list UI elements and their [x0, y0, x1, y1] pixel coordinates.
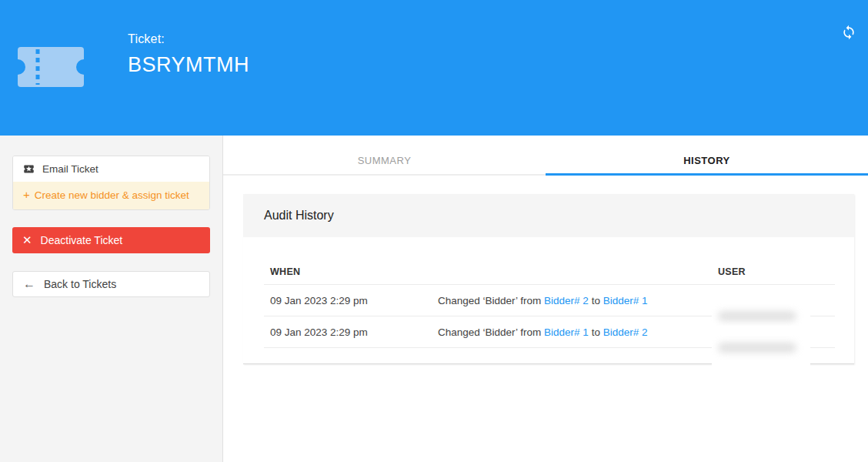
- change-connector: to: [589, 326, 603, 338]
- blurred-text: [718, 311, 796, 321]
- plus-icon: +: [23, 188, 30, 201]
- create-bidder-button[interactable]: +Create new bidder & assign ticket: [13, 182, 209, 209]
- sidebar: Email Ticket +Create new bidder & assign…: [0, 136, 223, 462]
- column-header-when: WHEN: [264, 266, 432, 277]
- bidder-link-to[interactable]: Bidder# 2: [603, 326, 648, 338]
- deactivate-ticket-label: Deactivate Ticket: [41, 234, 123, 246]
- ticket-label: Ticket:: [128, 32, 249, 46]
- tab-bar: SUMMARY HISTORY: [223, 146, 868, 176]
- refresh-button[interactable]: [841, 25, 856, 40]
- close-x-icon: ✕: [22, 233, 32, 247]
- main-content: SUMMARY HISTORY Audit History WHEN USER …: [223, 136, 868, 462]
- email-ticket-button[interactable]: Email Ticket: [13, 156, 209, 182]
- deactivate-ticket-button[interactable]: ✕ Deactivate Ticket: [12, 227, 210, 253]
- row-description: Changed ‘Bidder’ from Bidder# 1 to Bidde…: [432, 326, 712, 338]
- back-to-tickets-label: Back to Tickets: [44, 278, 116, 290]
- bidder-link-to[interactable]: Bidder# 1: [603, 295, 648, 306]
- create-bidder-label: Create new bidder & assign ticket: [35, 189, 189, 201]
- audit-history-card: Audit History WHEN USER 09 Jan 2023 2:29…: [243, 194, 854, 364]
- change-connector: to: [589, 295, 603, 306]
- ticket-icon: [18, 47, 84, 87]
- blurred-text: [718, 343, 796, 353]
- row-when: 09 Jan 2023 2:29 pm: [264, 295, 432, 306]
- bidder-link-from[interactable]: Bidder# 1: [544, 326, 589, 338]
- change-text: Changed ‘Bidder’ from: [438, 326, 544, 338]
- tab-history[interactable]: HISTORY: [546, 146, 868, 174]
- app-header: Ticket: BSRYMTMH: [0, 0, 868, 136]
- back-to-tickets-button[interactable]: ← Back to Tickets: [12, 271, 210, 297]
- ticket-star-icon: [23, 163, 35, 175]
- ticket-actions-group: Email Ticket +Create new bidder & assign…: [12, 156, 210, 210]
- card-header: Audit History: [243, 194, 854, 237]
- table-header-row: WHEN USER: [264, 259, 835, 285]
- row-description: Changed ‘Bidder’ from Bidder# 2 to Bidde…: [432, 295, 712, 306]
- row-when: 09 Jan 2023 2:29 pm: [264, 326, 432, 338]
- email-ticket-label: Email Ticket: [42, 163, 98, 175]
- change-text: Changed ‘Bidder’ from: [438, 295, 544, 306]
- audit-history-title: Audit History: [264, 209, 334, 223]
- tab-summary[interactable]: SUMMARY: [223, 146, 546, 174]
- arrow-left-icon: ←: [23, 277, 35, 291]
- column-header-user: USER: [712, 266, 835, 277]
- table-row: 09 Jan 2023 2:29 pm Changed ‘Bidder’ fro…: [264, 285, 835, 316]
- audit-history-table: WHEN USER 09 Jan 2023 2:29 pm Changed ‘B…: [264, 237, 835, 363]
- ticket-code: BSRYMTMH: [128, 53, 249, 77]
- bidder-link-from[interactable]: Bidder# 2: [544, 295, 589, 306]
- redacted-user-name: [712, 326, 810, 369]
- refresh-sync-icon: [841, 25, 856, 40]
